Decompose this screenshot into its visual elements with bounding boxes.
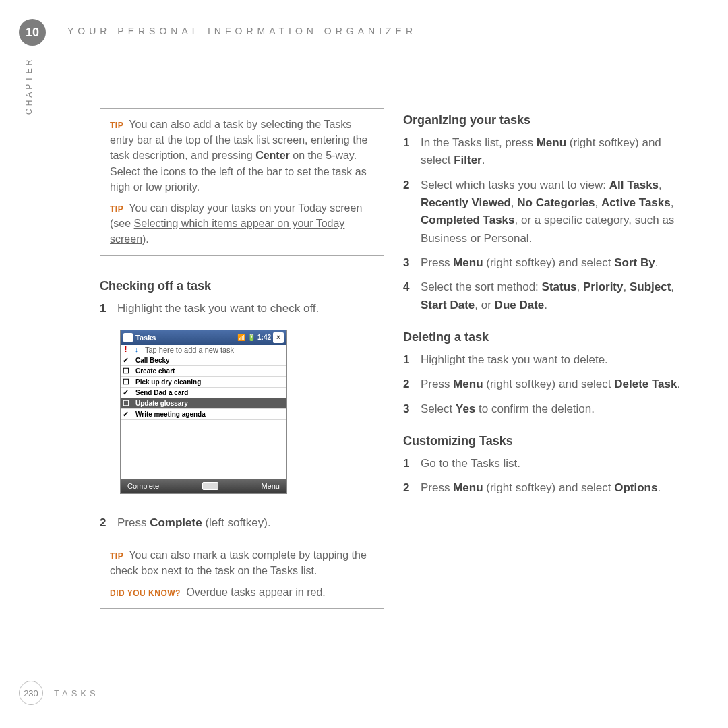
phone-entry-bar[interactable]: ! ↓ Tap here to add a new task: [121, 345, 286, 355]
signal-icon: 📶: [237, 334, 245, 341]
step-text: Select the sort method: Status, Priority…: [421, 278, 688, 314]
step-text: Select which tasks you want to view: All…: [421, 177, 688, 247]
checkbox-icon[interactable]: ☐: [121, 367, 131, 375]
left-softkey[interactable]: Complete: [127, 482, 159, 490]
did-you-know-label: DID YOU KNOW?: [110, 588, 181, 598]
right-column: Organizing your tasks 1 In the Tasks lis…: [403, 108, 688, 632]
priority-high-icon[interactable]: !: [121, 345, 131, 355]
step: 1 Highlight the task you want to check o…: [100, 300, 384, 317]
task-name: Send Dad a card: [131, 389, 188, 396]
chapter-side-label: CHAPTER: [24, 57, 34, 115]
step-number: 2: [403, 479, 421, 497]
step-number: 1: [403, 134, 421, 170]
task-name: Create chart: [131, 367, 175, 375]
task-name: Pick up dry cleaning: [131, 378, 201, 386]
checkbox-icon[interactable]: ✓: [121, 388, 131, 397]
keyboard-icon[interactable]: [202, 482, 218, 490]
step: 3 Press Menu (right softkey) and select …: [403, 254, 688, 272]
tip-text: ).: [142, 233, 149, 245]
step: 3 Select Yes to confirm the deletion.: [403, 400, 688, 418]
checkbox-icon[interactable]: ☐: [121, 399, 131, 408]
step-number: 2: [403, 375, 421, 393]
checkbox-icon[interactable]: ✓: [121, 356, 131, 365]
step: 2 Press Menu (right softkey) and select …: [403, 375, 688, 393]
section-title-checking-off: Checking off a task: [100, 279, 384, 293]
phone-softkey-bar: Complete Menu: [121, 479, 286, 493]
step: 1 Go to the Tasks list.: [403, 455, 688, 473]
chapter-number-badge: 10: [19, 19, 46, 46]
step-number: 1: [100, 300, 117, 317]
section-title-organizing: Organizing your tasks: [403, 113, 688, 127]
dyk-text: Overdue tasks appear in red.: [186, 586, 325, 598]
tip-label: TIP: [110, 204, 123, 214]
phone-titlebar: ⊞ Tasks 📶 🔋 1:42 ×: [121, 330, 286, 345]
footer-section: TASKS: [54, 688, 99, 698]
phone-title: Tasks: [135, 334, 156, 342]
step-text: Press Menu (right softkey) and select Op…: [421, 479, 688, 497]
task-row[interactable]: ✓Call Becky: [121, 355, 286, 366]
step: 2 Select which tasks you want to view: A…: [403, 177, 688, 247]
task-name: Update glossary: [131, 400, 188, 407]
section-title-deleting: Deleting a task: [403, 330, 688, 344]
step-text: Select Yes to confirm the deletion.: [421, 400, 688, 418]
checkbox-icon[interactable]: ✓: [121, 410, 131, 419]
page-number-badge: 230: [19, 681, 43, 705]
step-text: Press Menu (right softkey) and select De…: [421, 375, 688, 393]
windows-flag-icon: ⊞: [123, 333, 133, 342]
page-footer: 230 TASKS: [19, 681, 99, 705]
step-number: 4: [403, 278, 421, 314]
checkbox-icon[interactable]: ☐: [121, 377, 131, 386]
step-number: 2: [403, 177, 421, 247]
task-row[interactable]: ✓Write meeting agenda: [121, 409, 286, 420]
tip-text: You can also mark a task complete by tap…: [110, 549, 367, 576]
section-title-customizing: Customizing Tasks: [403, 434, 688, 448]
step-text: Highlight the task you want to delete.: [421, 351, 688, 369]
left-column: TIP You can also add a task by selecting…: [100, 108, 384, 632]
tip-label: TIP: [110, 121, 123, 130]
phone-screenshot: ⊞ Tasks 📶 🔋 1:42 × ! ↓ Tap here to add a…: [120, 330, 287, 494]
bold: Center: [255, 150, 290, 161]
step: 4 Select the sort method: Status, Priori…: [403, 278, 688, 314]
step-text: Go to the Tasks list.: [421, 455, 688, 473]
step-text: Press Menu (right softkey) and select So…: [421, 254, 688, 272]
step: 1 In the Tasks list, press Menu (right s…: [403, 134, 688, 170]
right-softkey[interactable]: Menu: [261, 482, 280, 490]
header-title: YOUR PERSONAL INFORMATION ORGANIZER: [67, 26, 417, 36]
task-row[interactable]: ☐Create chart: [121, 366, 286, 377]
step: 2 Press Complete (left softkey).: [100, 514, 384, 532]
task-name: Call Becky: [131, 357, 170, 364]
tip-label: TIP: [110, 551, 123, 561]
step-number: 1: [403, 351, 421, 369]
task-row[interactable]: ☐Pick up dry cleaning: [121, 377, 286, 388]
tip-box-mark-complete: TIP You can also mark a task complete by…: [100, 539, 384, 609]
step-text: In the Tasks list, press Menu (right sof…: [421, 134, 688, 170]
task-row[interactable]: ☐Update glossary: [121, 398, 286, 409]
step-number: 1: [403, 455, 421, 473]
new-task-input[interactable]: Tap here to add a new task: [142, 345, 286, 355]
task-name: Write meeting agenda: [131, 411, 206, 418]
step-number: 2: [100, 514, 117, 532]
phone-time: 1:42: [257, 334, 271, 341]
step: 2 Press Menu (right softkey) and select …: [403, 479, 688, 497]
step-number: 3: [403, 254, 421, 272]
priority-low-icon[interactable]: ↓: [131, 345, 142, 355]
close-icon[interactable]: ×: [273, 332, 284, 343]
task-list: ✓Call Becky☐Create chart☐Pick up dry cle…: [121, 355, 286, 479]
tip-box-add-task: TIP You can also add a task by selecting…: [100, 108, 384, 256]
step-text: Press Complete (left softkey).: [117, 514, 384, 532]
step: 1 Highlight the task you want to delete.: [403, 351, 688, 369]
battery-icon: 🔋: [247, 334, 255, 341]
step-number: 3: [403, 400, 421, 418]
step-text: Highlight the task you want to check off…: [117, 300, 384, 317]
task-row[interactable]: ✓Send Dad a card: [121, 388, 286, 398]
